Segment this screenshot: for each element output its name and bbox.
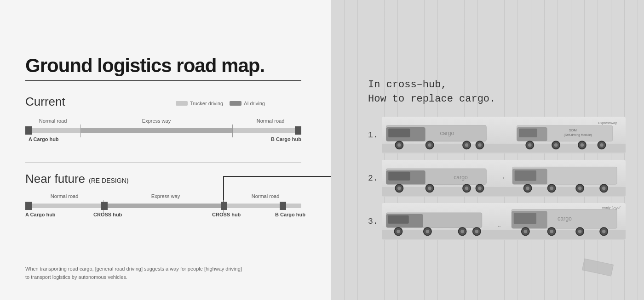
svg-rect-15 — [519, 128, 537, 137]
legend: Trucker driving AI driving — [176, 101, 265, 106]
divider — [25, 162, 301, 163]
svg-point-61 — [460, 230, 464, 233]
truck-area-3: cargo ← ready to go! — [382, 203, 626, 240]
svg-text:(Self-driving Module): (Self-driving Module) — [564, 133, 592, 136]
svg-point-19 — [554, 143, 558, 147]
svg-rect-30 — [388, 171, 410, 180]
step-3-num: 3. — [368, 217, 382, 226]
truck-svg-2: cargo → — [382, 160, 626, 197]
cross-hub-title: In cross–hub, How to replace cargo. — [368, 78, 626, 107]
sep-right — [232, 125, 233, 137]
nf-cross-left-marker — [101, 202, 108, 210]
hub-a-marker — [25, 126, 32, 135]
ai-label: AI driving — [244, 101, 265, 106]
svg-rect-55 — [388, 215, 408, 223]
svg-point-36 — [428, 187, 431, 190]
svg-rect-0 — [382, 144, 626, 153]
arrow-vert-left — [223, 176, 224, 204]
svg-point-12 — [478, 143, 482, 147]
svg-point-59 — [426, 230, 430, 233]
step-1-num: 1. — [368, 130, 382, 140]
current-label: Current — [25, 95, 65, 109]
truck-row-1: 1. cargo — [368, 117, 626, 153]
hub-b-marker — [295, 126, 301, 135]
legend-ai: AI driving — [230, 101, 265, 106]
svg-text:→: → — [500, 174, 506, 181]
hub-b-label: B Cargo hub — [271, 136, 301, 142]
svg-point-74 — [578, 230, 582, 233]
svg-point-8 — [428, 143, 431, 147]
svg-point-21 — [581, 143, 584, 147]
svg-point-38 — [465, 187, 469, 190]
svg-point-17 — [528, 143, 532, 147]
svg-point-45 — [526, 187, 529, 190]
nf-hub-b-label: B Cargo hub — [275, 212, 305, 217]
svg-text:Expressway: Expressway — [598, 121, 617, 125]
svg-rect-52 — [382, 230, 626, 239]
svg-point-47 — [550, 187, 553, 190]
step-2-num: 2. — [368, 174, 382, 183]
nf-cross-right-label: CROSS hub — [212, 212, 241, 217]
nf-cross-left-label: CROSS hub — [93, 212, 122, 217]
left-panel: Ground logistics road map. Current Truck… — [0, 0, 327, 300]
svg-text:ready to go!: ready to go! — [602, 205, 621, 209]
svg-point-72 — [550, 230, 553, 233]
near-future-label: Near future — [25, 172, 85, 186]
hub-a-label: A Cargo hub — [29, 136, 59, 142]
svg-point-51 — [602, 187, 606, 190]
current-road-diagram: Normal road Express way Normal road A Ca… — [25, 118, 301, 149]
svg-point-76 — [602, 230, 606, 233]
truck-row-2: 2. cargo → — [368, 160, 626, 197]
truck-area-1: cargo — [382, 117, 626, 153]
right-content: In cross–hub, How to replace cargo. 1. c… — [331, 0, 644, 255]
nf-cross-right-marker — [221, 202, 227, 210]
current-section: Current Trucker driving AI driving — [25, 95, 301, 149]
label-express: Express way — [142, 118, 171, 124]
nf-label-normal-left: Normal road — [51, 193, 79, 199]
truck-area-2: cargo → — [382, 160, 626, 197]
expressway-segment — [80, 128, 232, 133]
svg-point-63 — [475, 230, 479, 233]
right-panel: In cross–hub, How to replace cargo. 1. c… — [331, 0, 644, 300]
nf-label-express: Express way — [151, 193, 180, 199]
svg-point-34 — [397, 187, 401, 190]
page-title: Ground logistics road map. — [25, 55, 301, 81]
truck-row-3: 3. — [368, 203, 626, 240]
svg-text:←: ← — [497, 224, 502, 229]
description-line2: to transport logistics by autonomous veh… — [25, 273, 242, 282]
svg-point-40 — [478, 187, 482, 190]
label-normal-left: Normal road — [39, 118, 67, 124]
svg-point-49 — [578, 187, 582, 190]
nf-hub-b-marker — [280, 202, 286, 210]
nf-expressway-segment — [104, 204, 223, 208]
truck-svg-1: cargo — [382, 117, 626, 153]
svg-text:cargo: cargo — [454, 174, 468, 180]
tape-bottomright — [582, 259, 614, 277]
svg-text:cargo: cargo — [558, 215, 572, 222]
svg-rect-43 — [515, 170, 536, 181]
nf-hub-a-label: A Cargo hub — [25, 212, 56, 217]
ai-box — [230, 101, 242, 106]
svg-point-23 — [600, 143, 604, 147]
nf-label-normal-right: Normal road — [252, 193, 280, 199]
redesign-tag: (RE DESIGN) — [89, 177, 128, 184]
description: When transporting road cargo, [general r… — [25, 265, 242, 282]
trucker-box — [176, 101, 188, 106]
nf-hub-a-marker — [25, 202, 32, 210]
svg-point-57 — [397, 230, 400, 233]
svg-rect-66 — [514, 213, 536, 224]
svg-point-6 — [397, 143, 401, 147]
legend-trucker: Trucker driving — [176, 101, 223, 106]
sep-left — [80, 125, 81, 137]
svg-rect-3 — [388, 128, 410, 137]
description-line1: When transporting road cargo, [general r… — [25, 265, 242, 273]
near-future-road-diagram: Normal road Express way Normal road A Ca… — [25, 193, 301, 230]
svg-point-70 — [524, 230, 528, 233]
truck-svg-3: cargo ← ready to go! — [382, 203, 626, 240]
label-normal-right: Normal road — [257, 118, 285, 124]
trucker-label: Trucker driving — [190, 101, 223, 106]
svg-text:cargo: cargo — [440, 130, 454, 136]
svg-text:SDM: SDM — [569, 128, 577, 132]
svg-rect-27 — [382, 187, 626, 196]
svg-point-10 — [465, 143, 469, 147]
